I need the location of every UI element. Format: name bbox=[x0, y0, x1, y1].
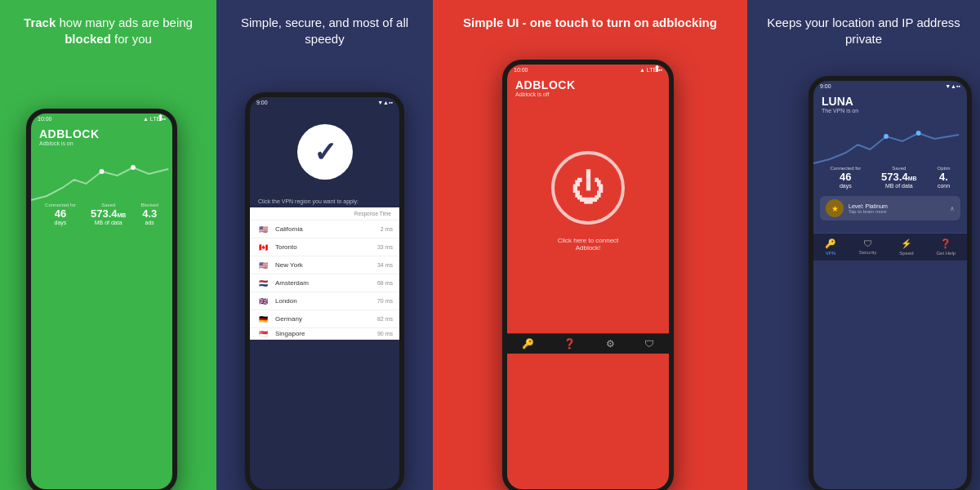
badge-avatar: ★ bbox=[826, 199, 844, 217]
list-item[interactable]: 🇺🇸 New York 34 ms bbox=[250, 256, 399, 274]
nav4-help[interactable]: ❓ Get Help bbox=[936, 238, 956, 256]
list-item[interactable]: 🇺🇸 California 2 ms bbox=[250, 220, 399, 238]
app-status-3: Adblock is off bbox=[515, 91, 661, 97]
list-item[interactable]: 🇳🇱 Amsterdam 68 ms bbox=[250, 274, 399, 292]
status-bar-3: 10:00 ▲ LTE ▪▪ bbox=[507, 65, 669, 75]
list-item[interactable]: 🇩🇪 Germany 82 ms bbox=[250, 310, 399, 328]
stat-connected-4: Connected for 46 days bbox=[830, 166, 861, 189]
region-name-toronto: Toronto bbox=[275, 243, 377, 251]
connect-text: Click here to connectAdblock! bbox=[558, 237, 619, 252]
response-london: 70 ms bbox=[377, 298, 393, 304]
signals-1: ▲ LTE ▪▪ bbox=[143, 116, 166, 122]
speed-icon: ⚡ bbox=[901, 238, 912, 249]
response-amsterdam: 68 ms bbox=[377, 280, 393, 286]
list-item[interactable]: 🇸🇬 Singapore 90 ms bbox=[250, 328, 399, 340]
response-california: 2 ms bbox=[381, 226, 393, 232]
track-bold: Track bbox=[24, 16, 56, 29]
response-singapore: 90 ms bbox=[377, 331, 393, 336]
app-header-1: ⬆ ADBLOCK Adblock is on bbox=[31, 124, 172, 151]
platinum-badge[interactable]: ★ Level: Platinum Tap to learn more ∧ bbox=[820, 196, 960, 220]
security-icon: 🛡 bbox=[863, 238, 872, 248]
power-button-area: ⏻ Click here to connectAdblock! bbox=[507, 102, 669, 268]
region-name-newyork: New York bbox=[275, 261, 377, 269]
flag-newyork: 🇺🇸 bbox=[256, 261, 270, 270]
stat-val-saved: 573.4MB bbox=[91, 207, 126, 220]
region-list-header: Response Time bbox=[250, 207, 399, 220]
bottom-nav-3: 🔑 ❓ ⚙ 🛡 bbox=[507, 333, 669, 354]
signals-4: ▼▲▪▪ bbox=[945, 83, 960, 89]
chart-area-4: Connected for 46 days Saved 573.4MB MB o… bbox=[813, 118, 967, 192]
list-item[interactable]: 🇬🇧 London 70 ms bbox=[250, 292, 399, 310]
flag-singapore: 🇸🇬 bbox=[256, 329, 270, 338]
power-button[interactable]: ⏻ bbox=[551, 151, 625, 225]
response-newyork: 34 ms bbox=[377, 262, 393, 268]
nav4-help-label: Get Help bbox=[936, 251, 956, 256]
stat-saved-4: Saved 573.4MB MB of data bbox=[881, 166, 916, 189]
nav-item-shield[interactable]: 🛡 bbox=[644, 338, 654, 350]
signals-2: ▼▲▪▪ bbox=[377, 100, 393, 105]
vpn-icon: 🔑 bbox=[825, 238, 836, 249]
nav4-vpn-label: VPN bbox=[826, 251, 835, 256]
status-bar-1: 10:00 ▲ LTE ▪▪ bbox=[31, 114, 172, 124]
stat-optim-4: Optim 4. conn bbox=[937, 166, 950, 189]
panel-3-headline: Simple UI - one touch to turn on adblock… bbox=[439, 0, 742, 39]
mb-unit: MB bbox=[117, 212, 126, 218]
phone-screen-4: 9:00 ▼▲▪▪ LUNA The VPN is on Connected f… bbox=[813, 81, 967, 489]
response-time-header: Response Time bbox=[354, 211, 391, 216]
region-name-germany: Germany bbox=[275, 315, 377, 323]
region-list: Response Time 🇺🇸 California 2 ms 🇨🇦 Toro… bbox=[250, 207, 399, 340]
phone-4: 9:00 ▼▲▪▪ LUNA The VPN is on Connected f… bbox=[808, 76, 972, 490]
nav4-speed[interactable]: ⚡ Speed bbox=[899, 238, 913, 256]
stat-saved: Saved 573.4MB MB of data bbox=[91, 203, 126, 225]
help-icon: ❓ bbox=[564, 338, 576, 350]
app-status-1: Adblock is on bbox=[39, 140, 164, 146]
svg-point-1 bbox=[131, 165, 136, 170]
phone-screen-3: 10:00 ▲ LTE ▪▪ ⬆ ADBLOCK Adblock is off … bbox=[507, 65, 669, 489]
svg-point-0 bbox=[100, 169, 105, 174]
stats-row-4: Connected for 46 days Saved 573.4MB MB o… bbox=[813, 163, 967, 192]
nav-item-help[interactable]: ❓ bbox=[564, 338, 576, 350]
panel-adblock-red: Simple UI - one touch to turn on adblock… bbox=[433, 0, 747, 490]
nav4-speed-label: Speed bbox=[899, 251, 913, 256]
nav-item-settings[interactable]: ⚙ bbox=[606, 338, 615, 350]
phone-2: 9:00 ▼▲▪▪ ✓ Click the VPN region you wan… bbox=[245, 92, 404, 490]
nav4-security[interactable]: 🛡 Security bbox=[859, 238, 877, 256]
badge-text-block: Level: Platinum Tap to learn more bbox=[849, 203, 888, 214]
response-toronto: 33 ms bbox=[377, 244, 393, 250]
tap-text: Tap to learn more bbox=[849, 209, 888, 214]
stat-blocked: Blocked 4.3 ads bbox=[141, 203, 158, 225]
region-name-singapore: Singapore bbox=[275, 330, 377, 337]
svg-point-2 bbox=[884, 134, 889, 139]
flag-toronto: 🇨🇦 bbox=[256, 243, 270, 252]
phone-3: 10:00 ▲ LTE ▪▪ ⬆ ADBLOCK Adblock is off … bbox=[502, 60, 674, 490]
panel-2-headline: Simple, secure, and most of all speedy bbox=[216, 0, 433, 56]
nav4-vpn[interactable]: 🔑 VPN bbox=[825, 238, 836, 256]
panel-luna-vpn: Keeps your location and IP address priva… bbox=[747, 0, 980, 490]
time-1: 10:00 bbox=[38, 116, 52, 122]
luna-subtitle: The VPN is on bbox=[822, 108, 959, 114]
stat-val-days: 46 bbox=[45, 207, 76, 220]
flag-california: 🇺🇸 bbox=[256, 225, 270, 234]
region-name-london: London bbox=[275, 297, 377, 305]
checkmark-circle: ✓ bbox=[297, 124, 353, 180]
luna-app-header: LUNA The VPN is on bbox=[813, 91, 967, 118]
bottom-nav-4: 🔑 VPN 🛡 Security ⚡ Speed ❓ Get Help bbox=[813, 233, 967, 261]
luna-title: LUNA bbox=[822, 95, 959, 108]
panel-4-headline: Keeps your location and IP address priva… bbox=[747, 0, 980, 56]
list-item[interactable]: 🇨🇦 Toronto 33 ms bbox=[250, 238, 399, 256]
gethelp-icon: ❓ bbox=[940, 238, 951, 249]
region-name-amsterdam: Amsterdam bbox=[275, 279, 377, 287]
power-icon: ⏻ bbox=[571, 171, 605, 205]
nav-item-key[interactable]: 🔑 bbox=[522, 338, 534, 350]
chevron-up-icon: ∧ bbox=[950, 205, 955, 212]
stat-connected: Connected for 46 days bbox=[45, 203, 76, 225]
time-3: 10:00 bbox=[514, 67, 528, 73]
app-title-3: ADBLOCK bbox=[515, 78, 661, 91]
checkmark-icon: ✓ bbox=[314, 136, 336, 168]
stat-val-blocked: 4.3 bbox=[141, 207, 158, 220]
level-text: Level: Platinum bbox=[849, 203, 888, 209]
gear-icon: ⚙ bbox=[606, 338, 615, 350]
panel-vpn-regions: Simple, secure, and most of all speedy 9… bbox=[216, 0, 433, 490]
status-bar-2: 9:00 ▼▲▪▪ bbox=[250, 97, 399, 108]
flag-germany: 🇩🇪 bbox=[256, 314, 270, 323]
